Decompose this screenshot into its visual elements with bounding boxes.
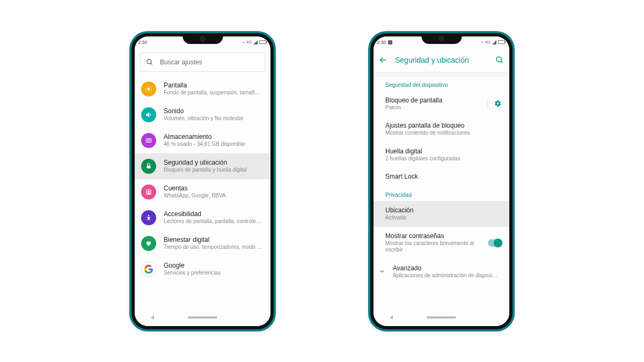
row-subtitle: Patrón bbox=[385, 105, 483, 112]
back-button[interactable] bbox=[379, 56, 387, 64]
notch bbox=[421, 33, 462, 44]
row-subtitle: 46 % usado - 34,81 GB disponible bbox=[164, 141, 263, 148]
wellbeing-icon bbox=[141, 236, 156, 251]
row-title: Ajustes pantalla de bloqueo bbox=[385, 122, 502, 130]
signal-icon bbox=[253, 40, 258, 45]
sound-icon bbox=[141, 107, 156, 122]
security-list[interactable]: Seguridad del dispositivo Bloqueo de pan… bbox=[374, 76, 509, 309]
row-subtitle: WhatsApp, Google, BBVA bbox=[164, 193, 263, 200]
battery-icon bbox=[259, 40, 266, 44]
row-advanced[interactable]: Avanzado Aplicaciones de administración … bbox=[374, 259, 509, 285]
status-app-icon bbox=[388, 40, 392, 45]
svg-line-20 bbox=[501, 61, 502, 63]
row-title: Bloqueo de pantalla bbox=[385, 97, 483, 105]
row-subtitle: Mostrar contenido de notificaciones bbox=[385, 130, 502, 137]
row-title: Smart Lock bbox=[385, 173, 502, 181]
settings-row-accesibilidad[interactable]: Accesibilidad Lectores de pantalla, pant… bbox=[135, 205, 270, 231]
svg-point-19 bbox=[496, 57, 501, 62]
row-location[interactable]: Ubicación Activada bbox=[374, 201, 509, 227]
settings-row-cuentas[interactable]: Cuentas WhatsApp, Google, BBVA bbox=[135, 179, 270, 205]
google-icon bbox=[141, 262, 156, 277]
settings-row-almacenamiento[interactable]: Almacenamiento 46 % usado - 34,81 GB dis… bbox=[135, 128, 270, 153]
screen-left: 2:30 • 4G Buscar ajustes Pantalla bbox=[135, 36, 270, 326]
settings-row-bienestar[interactable]: Bienestar digital Tiempo de uso, tempori… bbox=[135, 231, 270, 256]
nav-home-pill[interactable] bbox=[427, 316, 456, 319]
svg-rect-11 bbox=[146, 138, 151, 142]
row-subtitle: Servicios y preferencias bbox=[164, 270, 263, 277]
search-input[interactable]: Buscar ajustes bbox=[140, 53, 265, 72]
row-lock-settings[interactable]: Ajustes pantalla de bloqueo Mostrar cont… bbox=[374, 116, 509, 142]
row-fingerprint[interactable]: Huella digital 2 huellas digitales confi… bbox=[374, 142, 509, 168]
row-title: Huella digital bbox=[385, 147, 502, 156]
row-title: Ubicación bbox=[385, 206, 502, 215]
battery-icon bbox=[498, 40, 505, 44]
settings-list[interactable]: Pantalla Fondo de pantalla, suspensión, … bbox=[135, 76, 270, 309]
toggle-switch[interactable] bbox=[488, 239, 502, 247]
row-title: Sonido bbox=[164, 107, 263, 115]
svg-line-10 bbox=[150, 86, 151, 87]
settings-row-pantalla[interactable]: Pantalla Fondo de pantalla, suspensión, … bbox=[135, 76, 270, 102]
svg-line-8 bbox=[150, 91, 151, 91]
row-subtitle: Volumen, vibración y No molestar bbox=[164, 115, 263, 122]
chevron-down-icon bbox=[379, 268, 385, 275]
nav-back-icon[interactable] bbox=[151, 315, 154, 320]
app-bar: Seguridad y ubicación bbox=[374, 48, 509, 72]
svg-rect-14 bbox=[147, 165, 151, 168]
row-subtitle: Lectores de pantalla, pantalla, controle… bbox=[164, 218, 263, 225]
settings-row-sonido[interactable]: Sonido Volumen, vibración y No molestar bbox=[135, 102, 270, 128]
row-title: Avanzado bbox=[393, 264, 502, 272]
storage-icon bbox=[141, 133, 156, 148]
row-subtitle: Tiempo de uso, temporizadores, modo De… bbox=[164, 244, 263, 251]
settings-row-seguridad[interactable]: Seguridad y ubicación Bloqueo de pantall… bbox=[135, 153, 270, 179]
svg-point-16 bbox=[148, 190, 150, 192]
row-title: Bienestar digital bbox=[164, 236, 263, 244]
section-header-privacy: Privacidad bbox=[374, 186, 509, 201]
search-icon bbox=[146, 58, 153, 66]
row-subtitle: Activada bbox=[385, 215, 502, 221]
phone-frame-right: 2:30 • 4G Seguridad y ubicación Segurida… bbox=[370, 33, 513, 329]
row-title: Google bbox=[164, 262, 263, 270]
divider bbox=[374, 72, 509, 76]
status-time: 2:30 bbox=[377, 40, 386, 45]
signal-icon bbox=[492, 40, 496, 45]
page-title: Seguridad y ubicación bbox=[395, 56, 488, 64]
row-screen-lock[interactable]: Bloqueo de pantalla Patrón bbox=[374, 91, 509, 117]
row-smart-lock[interactable]: Smart Lock bbox=[374, 167, 509, 186]
row-show-passwords[interactable]: Mostrar contraseñas Mostrar los caracter… bbox=[374, 227, 509, 259]
lock-icon bbox=[141, 159, 156, 174]
svg-point-0 bbox=[147, 59, 151, 63]
row-subtitle: 2 huellas digitales configuradas bbox=[385, 156, 502, 162]
accessibility-icon bbox=[141, 210, 156, 225]
nav-home-pill[interactable] bbox=[188, 316, 217, 319]
nav-back-icon[interactable] bbox=[390, 315, 393, 320]
gear-icon[interactable] bbox=[487, 99, 502, 108]
row-title: Mostrar contraseñas bbox=[385, 232, 488, 240]
svg-point-17 bbox=[148, 215, 149, 216]
notch bbox=[182, 33, 223, 44]
search-button[interactable] bbox=[495, 56, 504, 64]
account-icon bbox=[141, 184, 156, 200]
row-title: Pantalla bbox=[164, 82, 263, 90]
row-title: Almacenamiento bbox=[164, 133, 263, 141]
display-icon bbox=[141, 82, 156, 97]
svg-line-7 bbox=[147, 86, 147, 87]
status-network: 4G bbox=[246, 40, 252, 45]
gesture-nav-bar bbox=[374, 309, 509, 326]
row-subtitle: Aplicaciones de administración de dispos… bbox=[393, 272, 502, 279]
row-subtitle: Mostrar los caracteres brevemente al esc… bbox=[385, 240, 488, 254]
search-placeholder: Buscar ajustes bbox=[160, 58, 202, 66]
row-title: Seguridad y ubicación bbox=[164, 159, 263, 167]
row-title: Cuentas bbox=[164, 184, 263, 193]
status-time: 2:30 bbox=[138, 40, 148, 45]
svg-line-9 bbox=[147, 91, 147, 91]
screen-right: 2:30 • 4G Seguridad y ubicación Segurida… bbox=[374, 36, 509, 326]
row-subtitle: Fondo de pantalla, suspensión, tamaño d… bbox=[164, 90, 263, 97]
gesture-nav-bar bbox=[135, 309, 270, 326]
phone-frame-left: 2:30 • 4G Buscar ajustes Pantalla bbox=[131, 33, 274, 329]
svg-point-2 bbox=[148, 87, 150, 90]
svg-line-1 bbox=[151, 63, 152, 64]
section-header-device: Seguridad del dispositivo bbox=[374, 76, 509, 91]
row-subtitle: Bloqueo de pantalla y huella digital bbox=[164, 167, 263, 174]
settings-row-google[interactable]: Google Servicios y preferencias bbox=[135, 256, 270, 282]
row-title: Accesibilidad bbox=[164, 210, 263, 218]
